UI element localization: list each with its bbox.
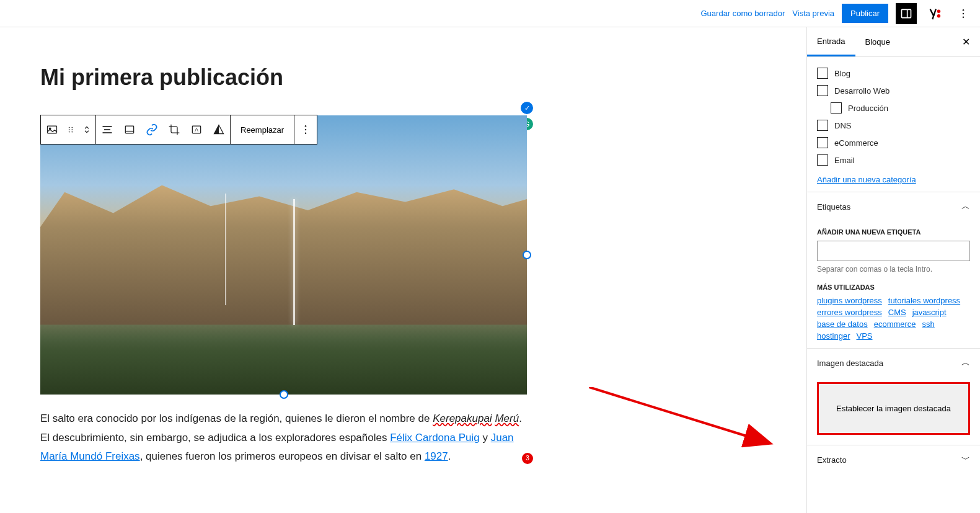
svg-rect-18 [125,126,133,133]
svg-point-24 [305,133,307,135]
category-row[interactable]: Desarrollo Web [817,82,970,99]
settings-panel-toggle-icon[interactable] [896,3,917,24]
excerpt-title: Extracto [817,455,847,465]
tags-header[interactable]: Etiquetas ︿ [807,192,980,221]
tab-block[interactable]: Bloque [855,27,900,56]
post-title[interactable]: Mi primera publicación [40,65,527,91]
post-paragraph[interactable]: El salto era conocido por los indígenas … [40,409,527,466]
category-label: DNS [834,121,851,130]
crop-icon[interactable] [163,115,185,144]
resize-handle-right[interactable] [523,251,531,259]
yoast-icon[interactable] [924,3,945,24]
save-draft-button[interactable]: Guardar como borrador [701,9,785,18]
svg-rect-7 [48,126,57,133]
svg-point-11 [69,129,70,130]
link-icon[interactable] [141,115,163,144]
resize-handle-bottom[interactable] [280,390,288,399]
tags-hint: Separar con comas o la tecla Intro. [817,265,970,274]
move-arrows-icon[interactable] [78,115,95,144]
text-overlay-icon[interactable]: A [185,115,208,144]
image-block-icon[interactable] [41,115,63,144]
tag-link[interactable]: tutoriales wordpress [888,296,960,305]
svg-point-14 [71,132,73,133]
featured-image-block[interactable] [40,115,527,395]
block-toolbar: A Reemplazar [40,115,317,145]
align-icon[interactable] [96,115,118,144]
caption-icon[interactable] [118,115,141,144]
svg-point-23 [305,129,307,131]
svg-text:A: A [195,127,198,133]
excerpt-section: Extracto ﹀ [807,445,980,474]
featured-title: Imagen destacada [817,359,883,368]
link-1927[interactable]: 1927 [425,450,448,462]
checkbox[interactable] [817,120,828,131]
publish-button[interactable]: Publicar [842,4,888,23]
category-label: Blog [834,69,850,78]
svg-point-6 [963,16,965,18]
svg-point-13 [69,132,70,133]
tag-link[interactable]: hostinger [817,331,850,341]
category-label: Producción [848,104,888,113]
annotation-arrow [589,387,781,455]
svg-point-9 [69,127,70,128]
svg-point-3 [937,14,941,17]
block-more-icon[interactable] [294,115,317,144]
tag-link[interactable]: plugins wordpress [817,296,882,305]
tag-link[interactable]: base de datos [817,319,868,329]
tags-add-label: AÑADIR UNA NUEVA ETIQUETA [817,228,970,236]
replace-button[interactable]: Reemplazar [231,115,294,144]
tag-input[interactable] [817,241,970,261]
excerpt-header[interactable]: Extracto ﹀ [807,445,980,474]
error-count-badge[interactable]: 3 [522,453,533,464]
checkbox[interactable] [817,68,828,79]
add-category-link[interactable]: Añadir una nueva categoría [817,175,970,184]
featured-image-section: Imagen destacada ︿ Establecer la imagen … [807,348,980,435]
drag-handle-icon[interactable] [63,115,78,144]
tags-most-used-label: MÁS UTILIZADAS [817,283,970,291]
preview-button[interactable]: Vista previa [792,9,834,18]
tag-link[interactable]: javascript [912,308,947,317]
checkbox[interactable] [817,154,828,166]
tag-link[interactable]: CMS [888,308,906,317]
tag-link[interactable]: ssh [922,319,935,329]
chevron-up-icon: ︿ [961,357,970,368]
category-label: Email [834,156,855,165]
category-row[interactable]: Blog [817,65,970,82]
check-badge-icon[interactable]: ✓ [521,102,533,114]
category-label: Desarrollo Web [834,86,890,96]
tags-section: Etiquetas ︿ AÑADIR UNA NUEVA ETIQUETA Se… [807,192,980,348]
sidebar-tabs: Entrada Bloque ✕ [807,27,980,57]
more-menu-icon[interactable] [953,3,974,24]
svg-line-26 [589,387,769,443]
featured-image-header[interactable]: Imagen destacada ︿ [807,349,980,377]
svg-point-2 [937,9,941,12]
main-layout: Mi primera publicación ✓ G A [0,27,980,513]
tag-link[interactable]: errores wordpress [817,308,882,317]
svg-rect-0 [902,9,911,17]
tag-link[interactable]: ecommerce [874,319,916,329]
tags-title: Etiquetas [817,202,850,212]
tab-entry[interactable]: Entrada [807,27,855,56]
category-row[interactable]: eCommerce [817,134,970,151]
set-featured-image-button[interactable]: Establecer la imagen destacada [817,382,970,435]
duotone-icon[interactable] [208,115,230,144]
chevron-up-icon: ︿ [961,201,970,212]
checkbox[interactable] [831,102,842,114]
svg-point-12 [71,129,73,130]
chevron-down-icon: ﹀ [961,454,970,465]
svg-point-22 [305,125,307,127]
close-sidebar-icon[interactable]: ✕ [952,27,980,56]
checkbox[interactable] [817,137,828,148]
category-row[interactable]: Email [817,151,970,169]
editor-canvas: Mi primera publicación ✓ G A [0,27,806,513]
category-row[interactable]: Producción [831,99,970,117]
tag-link[interactable]: VPS [856,331,872,341]
categories-panel: Blog Desarrollo Web Producción DNS eComm… [807,57,980,192]
svg-point-10 [71,127,73,128]
link-felix[interactable]: Félix Cardona Puig [390,432,480,444]
tag-cloud: plugins wordpress tutoriales wordpress e… [817,296,970,341]
category-label: eCommerce [834,138,878,148]
category-row[interactable]: DNS [817,117,970,134]
checkbox[interactable] [817,85,828,96]
top-bar: Guardar como borrador Vista previa Publi… [0,0,980,27]
